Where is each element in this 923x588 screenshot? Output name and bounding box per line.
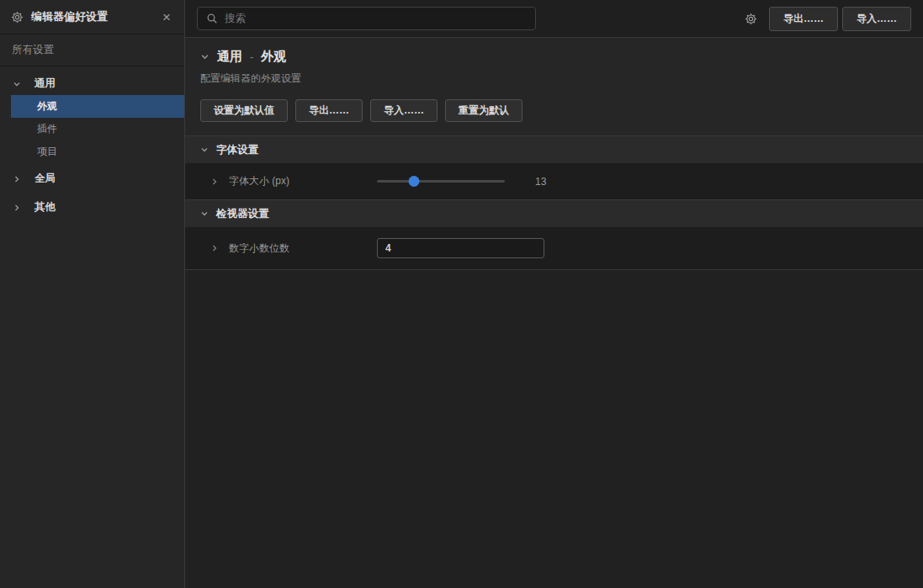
sidebar-group-other[interactable]: 其他 [0, 196, 184, 219]
search-box[interactable] [197, 7, 536, 30]
sidebar-item-project[interactable]: 项目 [0, 140, 184, 163]
font-size-slider[interactable] [377, 175, 505, 188]
setting-label-wrap[interactable]: 字体大小 (px) [210, 174, 377, 188]
section-header-inspector-settings[interactable]: 检视器设置 [185, 199, 923, 227]
import-settings-button[interactable]: 导入…… [370, 99, 438, 122]
sidebar-item-plugins[interactable]: 插件 [0, 118, 184, 140]
setting-row-font-size: 字体大小 (px) 13 [185, 163, 923, 199]
section-title: 检视器设置 [216, 207, 269, 221]
export-button[interactable]: 导出…… [769, 7, 838, 31]
sidebar-group-label: 全局 [34, 172, 56, 186]
font-size-slider-track[interactable] [377, 180, 505, 183]
font-size-label: 字体大小 (px) [229, 174, 289, 188]
settings-gear-icon [11, 11, 24, 24]
sidebar-item-label: 项目 [37, 145, 57, 159]
font-size-slider-thumb[interactable] [409, 176, 420, 187]
import-button[interactable]: 导入…… [842, 7, 911, 31]
export-settings-button[interactable]: 导出…… [295, 99, 363, 122]
main-panel: 导出…… 导入…… 通用 - 外观 配置编辑器的外观设置 设置为默认值 导出……… [185, 0, 923, 588]
breadcrumb: 通用 - 外观 [200, 49, 906, 65]
page-header: 通用 - 外观 配置编辑器的外观设置 设置为默认值 导出…… 导入…… 重置为默… [185, 38, 923, 135]
decimal-places-label: 数字小数位数 [229, 241, 289, 256]
chevron-right-icon [210, 244, 219, 252]
breadcrumb-group: 通用 [217, 49, 242, 65]
search-input[interactable] [225, 13, 527, 24]
chevron-down-icon [13, 80, 28, 88]
decimal-places-input[interactable] [377, 238, 544, 258]
sidebar-group-global[interactable]: 全局 [0, 167, 184, 190]
font-size-value: 13 [535, 176, 546, 188]
search-icon [206, 13, 218, 24]
sidebar-item-label: 外观 [37, 99, 57, 114]
chevron-down-icon[interactable] [200, 52, 210, 61]
section-title: 字体设置 [216, 143, 258, 157]
close-icon[interactable]: × [159, 8, 174, 26]
set-default-button[interactable]: 设置为默认值 [200, 99, 288, 122]
page-description: 配置编辑器的外观设置 [200, 72, 906, 86]
setting-row-decimal-places: 数字小数位数 [185, 227, 923, 269]
chevron-right-icon [210, 177, 219, 186]
breadcrumb-separator: - [250, 51, 253, 63]
content-empty-area [185, 269, 923, 588]
settings-icon[interactable] [745, 13, 757, 25]
editor-preferences-window: 编辑器偏好设置 × 所有设置 通用 外观 插件 项目 [0, 0, 923, 588]
section-header-font-settings[interactable]: 字体设置 [185, 135, 923, 163]
topbar: 导出…… 导入…… [185, 0, 923, 38]
sidebar-item-all-settings[interactable]: 所有设置 [0, 34, 184, 66]
dialog-title: 编辑器偏好设置 [31, 9, 159, 24]
chevron-down-icon [200, 209, 209, 218]
sidebar-item-label: 插件 [37, 122, 57, 136]
chevron-right-icon [13, 175, 28, 183]
chevron-right-icon [13, 204, 28, 212]
setting-label-wrap[interactable]: 数字小数位数 [210, 241, 377, 256]
header-actions: 设置为默认值 导出…… 导入…… 重置为默认 [200, 99, 906, 122]
dialog-header: 编辑器偏好设置 × [0, 0, 184, 34]
sidebar-group-label: 其他 [34, 200, 56, 215]
sidebar-item-appearance[interactable]: 外观 [11, 95, 184, 118]
sidebar-group-label: 通用 [34, 77, 56, 91]
sidebar-group-general[interactable]: 通用 [0, 72, 184, 95]
sidebar-tree: 通用 外观 插件 项目 全局 其他 [0, 66, 184, 219]
chevron-down-icon [200, 146, 209, 154]
reset-default-button[interactable]: 重置为默认 [445, 99, 523, 122]
sidebar: 编辑器偏好设置 × 所有设置 通用 外观 插件 项目 [0, 0, 185, 588]
breadcrumb-page: 外观 [261, 49, 286, 65]
